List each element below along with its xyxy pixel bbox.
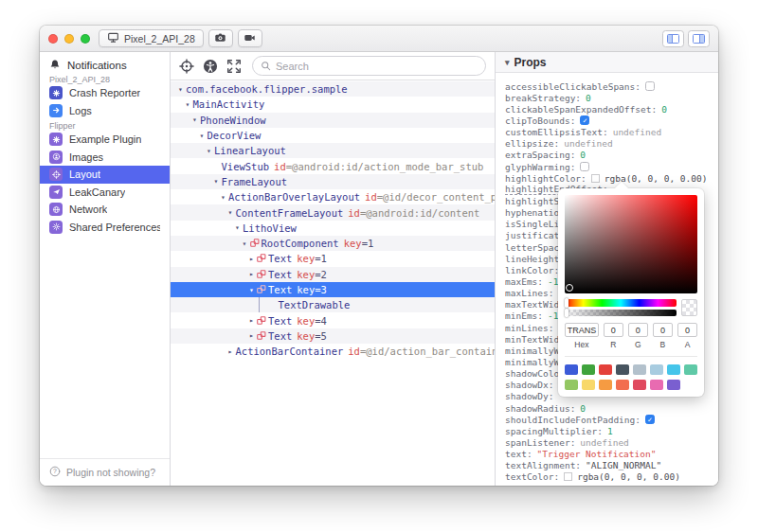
tree-row-framelayout[interactable]: ▾FrameLayout: [171, 174, 495, 189]
chevron-right-icon[interactable]: ▸: [246, 270, 257, 278]
tree-row-decorview[interactable]: ▾DecorView: [171, 128, 495, 143]
color-input-a[interactable]: [677, 323, 697, 337]
toggle-right-sidebar-button[interactable]: [688, 30, 710, 47]
hue-slider-handle[interactable]: [565, 298, 568, 308]
tree-row-rootcomponent-key-1[interactable]: ▾RootComponentkey=1: [171, 236, 495, 251]
tree-row-phonewindow[interactable]: ▾PhoneWindow: [171, 113, 495, 128]
preset-color-swatch[interactable]: [633, 380, 646, 390]
chevron-down-icon[interactable]: ▾: [240, 239, 250, 248]
search-box[interactable]: [252, 56, 486, 76]
preset-color-swatch[interactable]: [667, 380, 680, 390]
prop-value[interactable]: 1: [607, 426, 613, 436]
prop-value[interactable]: 0: [580, 150, 586, 160]
color-input-b[interactable]: [653, 323, 673, 337]
screenshot-button[interactable]: [208, 29, 233, 47]
color-input-r[interactable]: [604, 323, 623, 337]
chevron-down-icon[interactable]: ▾: [190, 115, 200, 124]
chevron-down-icon[interactable]: ▾: [211, 177, 222, 186]
tree-row-text-key-4[interactable]: ▸Textkey=4: [171, 312, 495, 328]
sidebar-item-leakcanary[interactable]: LeakCanary: [40, 184, 170, 202]
saturation-square[interactable]: [565, 195, 697, 293]
chevron-down-icon[interactable]: ▾: [204, 147, 214, 155]
checkbox-unchecked-icon[interactable]: [645, 81, 655, 91]
sidebar-item-network[interactable]: Network: [40, 201, 170, 219]
preset-color-swatch[interactable]: [599, 380, 612, 390]
sidebar-item-crash-reporter[interactable]: Crash Reporter: [40, 84, 170, 102]
chevron-down-icon[interactable]: ▾: [226, 208, 236, 217]
tree-row-text-key-1[interactable]: ▸Textkey=1: [171, 251, 495, 266]
chevron-right-icon[interactable]: ▸: [246, 331, 257, 340]
preset-color-swatch[interactable]: [582, 364, 595, 375]
chevron-down-icon[interactable]: ▾: [175, 85, 186, 94]
chevron-right-icon[interactable]: ▸: [246, 316, 257, 325]
tree-row-text-key-2[interactable]: ▸Textkey=2: [171, 267, 495, 282]
tree-row-viewstub-id-android-id-action-mode-bar-stub[interactable]: ViewStubid=@android:id/action_mode_bar_s…: [171, 158, 495, 173]
chevron-down-icon[interactable]: ▾: [232, 223, 243, 232]
sidebar-item-example-plugin[interactable]: Example Plugin: [40, 131, 170, 149]
tree-row-contentframelayout-id-android-id-content[interactable]: ▾ContentFrameLayoutid=@android:id/conten…: [171, 204, 495, 220]
preset-color-swatch[interactable]: [633, 364, 646, 375]
tree-row-linearlayout[interactable]: ▾LinearLayout: [171, 143, 495, 158]
toggle-left-sidebar-button[interactable]: [662, 30, 684, 47]
prop-value[interactable]: -1: [548, 310, 558, 321]
sidebar-item-logs[interactable]: Logs: [40, 102, 170, 120]
alpha-slider[interactable]: [565, 310, 677, 316]
expand-icon[interactable]: [226, 59, 242, 74]
preset-color-swatch[interactable]: [616, 380, 629, 390]
tree-row-lithoview[interactable]: ▾LithoView: [171, 221, 495, 236]
chevron-down-icon[interactable]: ▾: [197, 132, 208, 140]
checkbox-unchecked-icon[interactable]: [580, 162, 589, 171]
color-input-hex[interactable]: [565, 323, 599, 337]
saturation-cursor[interactable]: [566, 284, 573, 292]
prop-value[interactable]: 0: [661, 104, 667, 115]
plugin-not-showing-link[interactable]: ? Plugin not showing?: [40, 458, 170, 486]
hue-slider[interactable]: [565, 299, 677, 307]
prop-value[interactable]: "Trigger Notification": [537, 449, 657, 459]
color-swatch[interactable]: [591, 174, 600, 183]
target-icon[interactable]: [179, 59, 194, 74]
chevron-right-icon[interactable]: ▸: [226, 347, 236, 356]
preset-color-swatch[interactable]: [599, 364, 612, 375]
prop-value[interactable]: -1: [548, 276, 558, 287]
prop-value[interactable]: "ALIGN_NORMAL": [586, 460, 661, 470]
tree-row-text-key-5[interactable]: ▸Textkey=5: [171, 328, 495, 344]
checkbox-checked-icon[interactable]: ✓: [645, 415, 655, 424]
alpha-slider-handle[interactable]: [565, 309, 568, 317]
tree-row-actionbarcontainer-id-id-action-bar-container[interactable]: ▸ActionBarContainerid=@id/action_bar_con…: [171, 344, 495, 359]
tree-row-text-key-3[interactable]: ▾Textkey=3: [171, 282, 495, 297]
chevron-right-icon[interactable]: ▸: [246, 255, 257, 263]
accessibility-icon[interactable]: [203, 59, 218, 74]
minimize-button[interactable]: [64, 34, 74, 44]
sidebar-item-images[interactable]: Images: [40, 149, 170, 167]
chevron-down-icon[interactable]: ▾: [246, 286, 257, 294]
tree-row-com-facebook-flipper-sample[interactable]: ▾com.facebook.flipper.sample: [171, 81, 495, 97]
preset-color-swatch[interactable]: [565, 364, 578, 375]
preset-color-swatch[interactable]: [582, 380, 595, 390]
chevron-down-icon[interactable]: ▾: [218, 193, 228, 202]
checkbox-checked-icon[interactable]: ✓: [580, 115, 589, 125]
preset-color-swatch[interactable]: [650, 364, 663, 375]
tree-row-textdrawable[interactable]: TextDrawable: [171, 297, 495, 312]
prop-value[interactable]: rgba(0, 0, 0, 0.00): [577, 471, 680, 482]
color-input-g[interactable]: [628, 323, 648, 337]
device-selector-button[interactable]: Pixel_2_API_28: [99, 29, 204, 47]
preset-color-swatch[interactable]: [616, 364, 629, 375]
props-section-header[interactable]: ▾ Props: [496, 52, 718, 73]
prop-value[interactable]: 0: [586, 93, 591, 103]
preset-color-swatch[interactable]: [650, 380, 663, 390]
sidebar-item-layout[interactable]: Layout: [40, 166, 170, 184]
zoom-button[interactable]: [81, 34, 90, 44]
tree-row-mainactivity[interactable]: ▾MainActivity: [171, 97, 495, 112]
screen-record-button[interactable]: [238, 29, 262, 47]
close-button[interactable]: [48, 34, 58, 44]
preset-color-swatch[interactable]: [565, 380, 578, 390]
search-input[interactable]: [276, 61, 478, 72]
tree-row-actionbaroverlaylayout-id-id-decor-content-parent[interactable]: ▾ActionBarOverlayLayoutid=@id/decor_cont…: [171, 189, 495, 204]
preset-color-swatch[interactable]: [684, 364, 697, 375]
sidebar-item-shared-preferences-viewer[interactable]: Shared Preferences Viewer: [40, 219, 170, 237]
chevron-down-icon[interactable]: ▾: [183, 100, 193, 109]
notifications-item[interactable]: Notifications: [40, 58, 170, 73]
prop-value[interactable]: 0: [580, 403, 586, 414]
color-swatch[interactable]: [564, 472, 572, 481]
preset-color-swatch[interactable]: [667, 364, 680, 375]
